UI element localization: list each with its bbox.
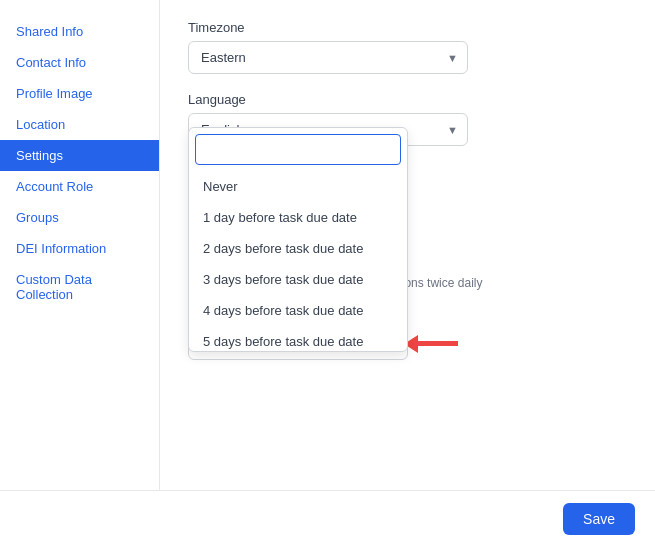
dropdown-search-input[interactable] (195, 134, 401, 165)
sidebar-item-profile-image[interactable]: Profile Image (0, 78, 159, 109)
dropdown-option-5days[interactable]: 5 days before task due date (189, 326, 407, 351)
sidebar-item-contact-info[interactable]: Contact Info (0, 47, 159, 78)
sidebar: Shared Info Contact Info Profile Image L… (0, 0, 160, 490)
main-content: Timezone Eastern ▼ Language English ▼ No… (160, 0, 655, 490)
timezone-group: Timezone Eastern ▼ (188, 20, 627, 74)
red-arrow-indicator (405, 335, 458, 353)
dropdown-option-1day[interactable]: 1 day before task due date (189, 202, 407, 233)
dropdown-popup: Never 1 day before task due date 2 days … (188, 127, 408, 352)
dropdown-option-2days[interactable]: 2 days before task due date (189, 233, 407, 264)
dropdown-list: Never 1 day before task due date 2 days … (189, 171, 407, 351)
notifications-group: Notifications Email Frequency Immediatel… (188, 164, 627, 360)
dropdown-option-4days[interactable]: 4 days before task due date (189, 295, 407, 326)
sidebar-item-shared-info[interactable]: Shared Info (0, 16, 159, 47)
sidebar-item-custom-data-collection[interactable]: Custom Data Collection (0, 264, 159, 310)
sidebar-item-account-role[interactable]: Account Role (0, 171, 159, 202)
sidebar-item-settings[interactable]: Settings (0, 140, 159, 171)
sidebar-item-location[interactable]: Location (0, 109, 159, 140)
sidebar-item-dei-information[interactable]: DEI Information (0, 233, 159, 264)
timezone-select-wrapper: Eastern ▼ (188, 41, 468, 74)
sidebar-item-groups[interactable]: Groups (0, 202, 159, 233)
task-reminder-dropdown-container: Never 1 day before task due date 2 days … (188, 327, 468, 360)
footer: Save (0, 490, 655, 547)
dropdown-option-3days[interactable]: 3 days before task due date (189, 264, 407, 295)
language-label: Language (188, 92, 627, 107)
timezone-select[interactable]: Eastern (188, 41, 468, 74)
dropdown-option-never[interactable]: Never (189, 171, 407, 202)
save-button[interactable]: Save (563, 503, 635, 535)
timezone-label: Timezone (188, 20, 627, 35)
